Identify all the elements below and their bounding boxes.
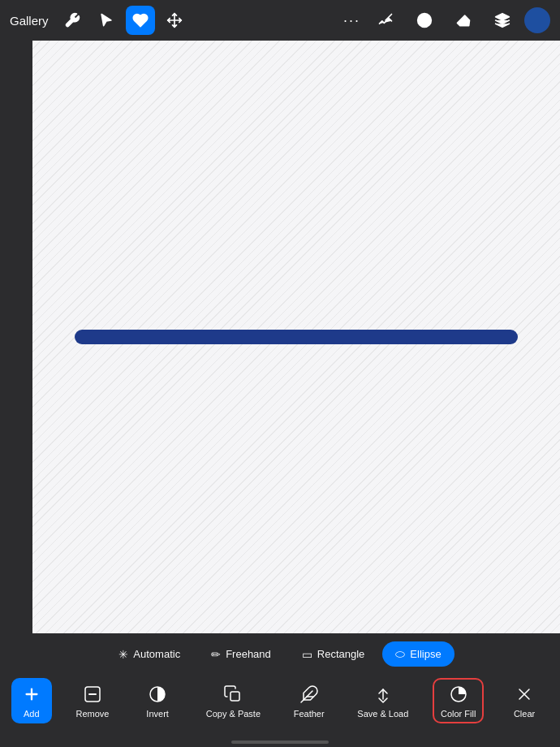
drawn-line	[75, 330, 518, 344]
invert-label: Invert	[146, 709, 169, 719]
remove-button[interactable]: Remove	[67, 678, 117, 723]
color-fill-button[interactable]: Color Fill	[433, 678, 484, 723]
eraser-button[interactable]	[449, 6, 478, 35]
layers-button[interactable]	[488, 6, 517, 35]
selection-tabs: ✳ Automatic ✏ Freehand ▭ Rectangle ⬭ Ell…	[0, 633, 560, 671]
feather-icon	[298, 683, 321, 706]
feather-label: Feather	[294, 709, 325, 719]
more-button[interactable]: ···	[340, 12, 364, 29]
tab-rectangle-label: Rectangle	[317, 648, 365, 660]
add-label: Add	[24, 709, 40, 719]
toolbar-right: ···	[340, 6, 550, 35]
canvas-area[interactable]	[32, 41, 560, 633]
remove-label: Remove	[75, 709, 109, 719]
top-toolbar: Gallery ···	[0, 0, 560, 41]
ellipse-icon: ⬭	[395, 647, 405, 661]
selection-button[interactable]	[126, 6, 155, 35]
add-button[interactable]: Add	[11, 678, 52, 723]
gallery-button[interactable]: Gallery	[10, 14, 49, 28]
home-indicator	[231, 741, 329, 744]
invert-icon	[146, 683, 169, 706]
copy-paste-label: Copy & Paste	[206, 709, 261, 719]
tab-automatic-label: Automatic	[133, 648, 180, 660]
clear-button[interactable]: Clear	[500, 678, 549, 723]
freehand-icon: ✏	[211, 648, 221, 661]
copy-paste-button[interactable]: Copy & Paste	[198, 678, 269, 723]
clear-label: Clear	[514, 709, 535, 719]
canvas-background	[32, 41, 560, 633]
save-load-button[interactable]: Save & Load	[349, 678, 416, 723]
copy-paste-icon	[222, 683, 244, 706]
smudge-button[interactable]	[410, 6, 439, 35]
add-icon	[20, 683, 43, 706]
tab-ellipse[interactable]: ⬭ Ellipse	[382, 641, 454, 667]
remove-icon	[81, 683, 104, 706]
save-load-label: Save & Load	[357, 709, 408, 719]
tab-freehand-label: Freehand	[226, 648, 271, 660]
tab-automatic[interactable]: ✳ Automatic	[106, 642, 193, 667]
left-sidebar	[0, 41, 32, 633]
transform-button[interactable]	[160, 6, 189, 35]
cursor-button[interactable]	[92, 6, 121, 35]
feather-button[interactable]: Feather	[285, 678, 334, 723]
color-fill-icon	[447, 683, 470, 706]
bottom-area: ✳ Automatic ✏ Freehand ▭ Rectangle ⬭ Ell…	[0, 633, 560, 747]
rectangle-icon: ▭	[302, 648, 312, 661]
color-picker[interactable]	[524, 7, 550, 33]
tab-freehand[interactable]: ✏ Freehand	[198, 642, 284, 667]
clear-icon	[513, 683, 536, 706]
tab-ellipse-label: Ellipse	[410, 648, 441, 660]
action-bar: Add Remove Invert	[0, 671, 560, 733]
color-fill-label: Color Fill	[441, 709, 476, 719]
tab-rectangle[interactable]: ▭ Rectangle	[289, 642, 378, 667]
wrench-button[interactable]	[58, 6, 87, 35]
svg-marker-2	[496, 14, 510, 20]
svg-rect-8	[230, 692, 239, 701]
save-load-icon	[372, 683, 394, 706]
brush-button[interactable]	[371, 6, 400, 35]
automatic-icon: ✳	[118, 648, 128, 661]
invert-button[interactable]: Invert	[133, 678, 182, 723]
